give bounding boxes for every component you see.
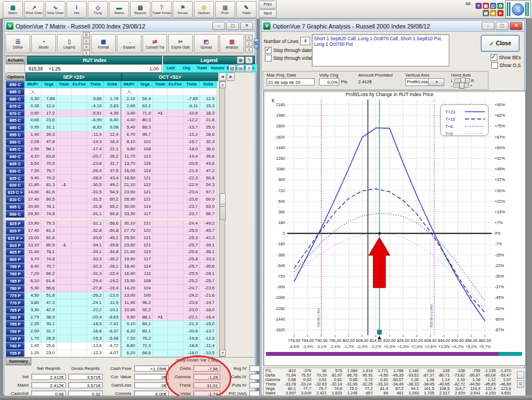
sep-delta-cell[interactable]: 37,5 xyxy=(104,168,121,175)
sep-trade-cell[interactable] xyxy=(57,321,72,328)
oct-mktpr-cell[interactable]: 6,80 xyxy=(121,342,137,350)
sep-ex.pos-cell[interactable] xyxy=(72,175,87,182)
strike-735-p[interactable]: 735 P xyxy=(6,350,25,357)
strike-785-p[interactable]: 785 P xyxy=(6,278,25,285)
oct-delta-cell[interactable]: 21,6 xyxy=(200,117,217,124)
next-button[interactable]: Next xyxy=(259,9,277,18)
sep-delta-cell[interactable]: 6,40 xyxy=(104,117,121,124)
sep-vega-cell[interactable]: 78,1 xyxy=(41,249,57,256)
oct-trade-cell[interactable]: +1 xyxy=(153,314,168,321)
sep-mktpr-cell[interactable]: 0,30 xyxy=(25,96,41,103)
sep-mktpr-cell[interactable]: 0,50 xyxy=(25,110,41,117)
sep-delta-cell[interactable]: 49,2 xyxy=(104,182,121,189)
sep-vega-cell[interactable]: 25,6 xyxy=(41,342,57,350)
sep-vega-cell[interactable]: 81,6 xyxy=(41,235,57,242)
sep-trade-cell[interactable] xyxy=(57,160,72,168)
toolbar-button-status[interactable]: ▬Status xyxy=(109,1,129,18)
sep-mktpr-cell[interactable]: 2,05 xyxy=(25,139,41,146)
sep-mktpr-cell[interactable]: 2,35 xyxy=(25,321,41,328)
oct-theta-cell[interactable]: -25,3 xyxy=(183,235,200,242)
oct-delta-cell[interactable]: -11,4 xyxy=(200,342,217,350)
oct-delta-cell[interactable]: -42,3 xyxy=(200,235,217,242)
strike-820-c[interactable]: 820 C xyxy=(6,182,25,189)
sep-vega-cell[interactable]: 70,7 xyxy=(41,263,57,270)
oct-delta-cell[interactable]: 25,0 xyxy=(200,124,217,131)
sep-vega-cell[interactable]: 31,1 xyxy=(41,124,57,131)
sep-ex.pos-cell[interactable] xyxy=(72,292,87,299)
sep-delta-cell[interactable]: -6,37 xyxy=(104,328,121,335)
toolbar-button-reports[interactable]: ▤Reports xyxy=(130,1,150,18)
strike-760-p[interactable]: 760 P xyxy=(6,314,25,321)
oct-ex.pos-cell[interactable] xyxy=(168,117,183,124)
oct-mktpr-cell[interactable]: 14,20 xyxy=(121,285,137,292)
oct-ex.pos-cell[interactable] xyxy=(168,103,183,110)
oct-delta-cell[interactable]: -18,0 xyxy=(200,307,217,314)
sep-vega-cell[interactable]: 81,6 xyxy=(41,189,57,196)
sep-theta-cell[interactable]: -16,8 xyxy=(87,328,104,335)
oct-ex.pos-cell[interactable] xyxy=(168,235,183,242)
sep-delta-cell[interactable]: -4,07 xyxy=(104,350,121,357)
oct-theta-cell[interactable]: -15,2 xyxy=(183,131,200,139)
oct-ex.pos-cell[interactable] xyxy=(168,292,183,299)
sep-theta-cell[interactable]: -32,3 xyxy=(87,263,104,270)
oct-vega-cell[interactable]: 63,2 xyxy=(137,103,153,110)
oct-trade-cell[interactable] xyxy=(153,227,168,235)
sep-trade-cell[interactable] xyxy=(57,220,72,227)
oct-trade-cell[interactable] xyxy=(153,292,168,299)
oct-theta-cell[interactable]: -10,6 xyxy=(183,110,200,117)
oct-trade-cell[interactable]: +1 xyxy=(153,110,168,117)
sep-ex.pos-cell[interactable] xyxy=(72,96,87,103)
oct-ex.pos-cell[interactable] xyxy=(168,350,183,357)
sep-trade-cell[interactable] xyxy=(57,235,72,242)
sep-theta-cell[interactable]: -31,3 xyxy=(87,270,104,278)
oct-delta-cell[interactable]: -28,1 xyxy=(200,270,217,278)
sep-delta-cell[interactable]: 69,8 xyxy=(104,211,121,218)
oct-ex.pos-cell[interactable] xyxy=(168,342,183,350)
oct-trade-cell[interactable] xyxy=(153,321,168,328)
sep-theta-cell[interactable]: -12,3 xyxy=(87,350,104,357)
sep-ex.pos-cell[interactable] xyxy=(72,256,87,263)
strike-825-c[interactable]: 825 C xyxy=(6,175,25,182)
sep-mktpr-cell[interactable]: 5,50 xyxy=(25,160,41,168)
sep-theta-cell[interactable]: -33,3 xyxy=(87,256,104,263)
oct-delta-cell[interactable]: -30,6 xyxy=(200,263,217,270)
sep-vega-cell[interactable]: 38,9 xyxy=(41,314,57,321)
sep-trade-cell[interactable]: -1 xyxy=(57,182,72,189)
sep-vega-cell[interactable]: 81,3 xyxy=(41,227,57,235)
scroll-up-icon[interactable]: ▲ xyxy=(220,82,226,88)
sep-mktpr-cell[interactable]: 17,40 xyxy=(25,196,41,203)
oct-vega-cell[interactable]: 122 xyxy=(137,182,153,189)
close-window-button[interactable]: ✕ xyxy=(510,22,522,30)
oct-mktpr-cell[interactable]: 6,70 xyxy=(121,131,137,139)
oct-vega-cell[interactable]: 108 xyxy=(137,278,153,285)
oct-ex.pos-cell[interactable] xyxy=(168,335,183,342)
oct-mktpr-cell[interactable]: 9,80 xyxy=(121,146,137,153)
sep-vega-cell[interactable]: 51,8 xyxy=(41,292,57,299)
sep-mktpr-cell[interactable]: 2,90 xyxy=(25,146,41,153)
oct-ex.pos-cell[interactable] xyxy=(168,131,183,139)
oct-delta-cell[interactable]: -19,7 xyxy=(200,299,217,307)
oct-trade-cell[interactable] xyxy=(153,328,168,335)
toolbar-button-info[interactable]: iInfo xyxy=(66,1,87,18)
step-through-volatilities-checkbox[interactable] xyxy=(265,55,272,61)
oct-mktpr-cell[interactable]: 18,50 xyxy=(121,175,137,182)
sep-delta-cell[interactable]: -34,8 xyxy=(104,249,121,256)
oct-vega-cell[interactable]: 80,1 xyxy=(137,328,153,335)
oct-vega-cell[interactable]: 121 xyxy=(137,175,153,182)
matrix-button-model[interactable]: ◔Model xyxy=(31,34,56,53)
oct-ex.pos-cell[interactable] xyxy=(168,189,183,196)
oct-delta-cell[interactable]: -13,7 xyxy=(200,328,217,335)
strike-855-c[interactable]: 855 C xyxy=(6,131,25,139)
sep-theta-cell[interactable]: -24,1 xyxy=(87,299,104,307)
minimize-button[interactable]: – xyxy=(212,22,225,30)
sep-delta-cell[interactable]: 2,83 xyxy=(104,103,121,110)
sep-theta-cell[interactable]: -8,93 xyxy=(87,124,104,131)
oct-theta-cell[interactable]: -23,7 xyxy=(183,211,200,218)
sep-vega-cell[interactable]: 12,0 xyxy=(41,103,57,110)
toolbar-button-opscan[interactable]: ⊙OpScan xyxy=(194,1,214,18)
sep-trade-cell[interactable] xyxy=(57,168,72,175)
sep-vega-cell[interactable]: 63,8 xyxy=(41,153,57,160)
sep-mktpr-cell[interactable]: 1,40 xyxy=(25,131,41,139)
strike-880-c[interactable]: 880 C xyxy=(6,96,25,103)
sep-delta-cell[interactable]: -16,4 xyxy=(104,285,121,292)
